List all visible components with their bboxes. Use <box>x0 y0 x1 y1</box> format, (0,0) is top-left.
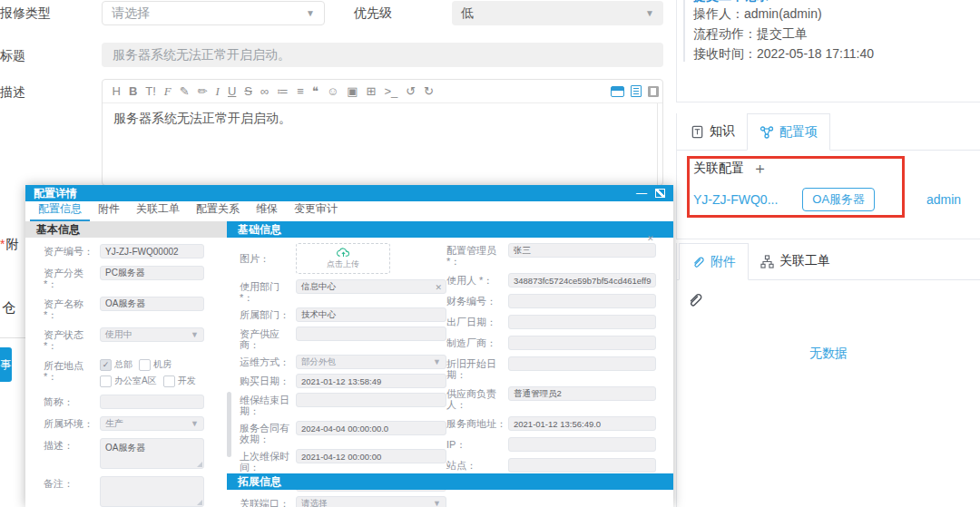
tab-config-item[interactable]: 配置项 <box>747 113 830 151</box>
editor-toolbar-icon[interactable]: B <box>124 80 141 102</box>
editor-toolbar-icon[interactable]: U <box>223 80 240 102</box>
field-input[interactable]: 信息中心 ▼ <box>296 279 446 294</box>
editor-toolbar-icon[interactable]: T! <box>142 80 161 102</box>
checkbox[interactable]: ✓ 办公室A区 <box>100 375 157 387</box>
field-input[interactable]: ▼ <box>508 294 656 308</box>
config-item-owner-link[interactable]: admin <box>926 192 961 207</box>
panel-layout-icon[interactable] <box>611 86 624 97</box>
editor-content[interactable]: 服务器系统无法正常开启启动。 <box>103 103 662 134</box>
editor-toolbar-icon[interactable]: ☺ <box>322 80 342 102</box>
form-field: 运维方式： 部分外包 ▼ ✕ <box>240 355 446 369</box>
editor-scrollbar[interactable] <box>657 103 658 185</box>
upload-dropzone[interactable]: 点击上传 <box>296 243 390 274</box>
editor-toolbar-icon[interactable]: ⊞ <box>362 80 380 102</box>
editor-toolbar-icon[interactable]: ✎ <box>175 80 193 102</box>
modal-scrollbar[interactable] <box>227 392 231 457</box>
modal-tab[interactable]: 关联工单 <box>128 199 188 221</box>
field-input[interactable]: ▼ <box>100 395 204 409</box>
field-label: 使用人 *： <box>446 273 508 286</box>
section-header-basic: 基本信息 <box>25 221 227 238</box>
clear-icon[interactable]: ✕ <box>647 234 654 243</box>
form-field: 所属部门： 技术中心 ▼ ✕ <box>240 307 446 322</box>
field-input[interactable]: ▼ <box>508 437 656 452</box>
field-label: 制造厂商： <box>446 336 508 348</box>
checkbox[interactable]: ✓ 开发 <box>163 375 196 387</box>
editor-toolbar-icon[interactable]: ❝ <box>308 80 322 102</box>
field-label: 关联端口： <box>240 496 296 507</box>
form-field: IP： ▼ ✕ <box>446 437 656 452</box>
modal-tab[interactable]: 附件 <box>90 199 128 221</box>
repair-type-select[interactable]: 请选择 ▼ <box>102 1 325 25</box>
priority-select[interactable]: 低 ▼ <box>452 1 663 25</box>
config-item-type-tag[interactable]: OA服务器 <box>802 188 875 211</box>
clear-icon[interactable]: ✕ <box>435 283 442 292</box>
tab-attachments[interactable]: 附件 <box>679 243 749 280</box>
field-input[interactable]: PC服务器 ▼ <box>100 266 204 280</box>
modal-tab[interactable]: 配置关系 <box>188 199 248 221</box>
field-input[interactable]: 张三 ▼ <box>508 243 656 258</box>
field-input[interactable]: 2024-04-04 00:00:00.0 ▼ <box>296 421 446 435</box>
editor-toolbar-icon[interactable]: ∞ <box>257 80 273 102</box>
field-input[interactable]: ▼ <box>508 336 656 350</box>
field-input[interactable]: 请选择 ▼ <box>296 496 446 507</box>
field-input[interactable]: 技术中心 ▼ <box>296 307 446 322</box>
title-label: 标题 <box>0 48 25 64</box>
field-input[interactable]: YJ-ZJ-FWQ00002 ▼ <box>100 244 204 258</box>
field-input[interactable]: 普通管理员2 ▼ <box>508 386 656 401</box>
checkbox[interactable]: ✓ 总部 <box>100 358 132 371</box>
config-detail-modal: 配置详情 — 配置信息 附件 关联工单 配置关系 维保 变更审计 基本信息 <box>25 185 673 507</box>
field-input[interactable]: ▼ <box>508 315 656 329</box>
editor-toolbar-icon[interactable]: ↻ <box>420 80 438 102</box>
form-field: 上次维保时间： 2021-04-12 00:00:00 ▼ ✕ <box>240 449 446 473</box>
field-input[interactable]: ▼ <box>296 393 446 407</box>
chevron-down-icon: ▼ <box>306 8 315 18</box>
add-config-icon[interactable]: ＋ <box>752 162 768 175</box>
editor-toolbar-icon[interactable]: H <box>108 80 124 102</box>
title-input[interactable]: 服务器系统无法正常开启启动。 <box>102 43 663 67</box>
detail-col-b: 配置管理员 *： 张三 ▼ ✕ 使用人 *： <box>446 243 673 507</box>
tab-knowledge[interactable]: 知识 <box>679 113 747 150</box>
source-code-icon[interactable] <box>631 85 642 97</box>
modal-tab[interactable]: 配置信息 <box>30 199 90 221</box>
form-field: 关联端口： 请选择 ▼ ✕ <box>240 496 446 507</box>
field-input[interactable]: ▼ <box>296 327 446 341</box>
sidebar-item-event[interactable]: 事 <box>0 347 12 382</box>
divider <box>0 337 25 338</box>
minimize-icon[interactable]: — <box>636 189 647 198</box>
associated-config-section: 关联配置 ＋ YJ-ZJ-FWQ0... OA服务器 admin <box>677 151 980 211</box>
field-input[interactable]: 使用中 ▼ <box>100 327 204 342</box>
checkbox[interactable]: ✓ 机房 <box>139 358 172 371</box>
field-input[interactable]: OA服务器 ▼ <box>100 438 204 469</box>
empty-state-text: 无数据 <box>677 346 980 362</box>
field-input[interactable]: OA服务器 ▼ <box>100 297 204 311</box>
field-input[interactable]: 2021-01-12 13:56:49.0 ▼ <box>508 416 656 431</box>
config-item-code-link[interactable]: YJ-ZJ-FWQ0... <box>693 192 778 207</box>
tab-related-orders[interactable]: 关联工单 <box>749 243 842 279</box>
form-field: 制造厂商： ▼ ✕ <box>446 336 656 350</box>
field-input[interactable]: 部分外包 ▼ <box>296 355 446 369</box>
field-input[interactable]: 348873fc5724ce59b7bf54cd461eff9 ▼ <box>508 273 656 288</box>
screen: 报修类型 请选择 ▼ 优先级 低 ▼ 标题 服务器系统无法正常开启启动。 描述 … <box>0 0 980 507</box>
editor-toolbar-icon[interactable]: ≔ <box>273 80 293 102</box>
fullscreen-icon[interactable] <box>648 86 659 97</box>
editor-toolbar-icon[interactable]: ≡ <box>293 80 309 102</box>
field-input[interactable]: 2021-04-12 00:00:00 ▼ <box>296 449 446 463</box>
rich-text-editor[interactable]: H B T! F ✎ ✏ I U S ∞ <box>102 79 663 186</box>
field-input[interactable]: ▼ <box>508 356 656 371</box>
editor-toolbar-icon[interactable]: ✏ <box>193 80 211 102</box>
editor-toolbar-icon[interactable]: F <box>160 80 175 102</box>
modal-tab[interactable]: 变更审计 <box>286 199 346 221</box>
expand-icon[interactable] <box>655 189 665 198</box>
field-input[interactable]: 生产 ▼ <box>100 416 204 431</box>
editor-toolbar-icon[interactable]: ↺ <box>402 80 420 102</box>
attachments-card: 附件 关联工单 无数据 <box>676 243 980 507</box>
modal-tab[interactable]: 维保 <box>248 199 286 221</box>
field-input[interactable]: ▼ <box>100 476 204 507</box>
editor-toolbar-icon[interactable]: >_ <box>380 80 402 102</box>
editor-toolbar-icon[interactable]: S <box>240 80 257 102</box>
field-input[interactable]: 2021-01-12 13:58:49 ▼ <box>296 374 446 388</box>
field-input[interactable]: ▼ <box>508 458 656 473</box>
editor-toolbar-icon[interactable]: ▣ <box>343 80 362 102</box>
title-value: 服务器系统无法正常开启启动。 <box>113 47 290 63</box>
editor-toolbar-icon[interactable]: I <box>211 80 223 102</box>
